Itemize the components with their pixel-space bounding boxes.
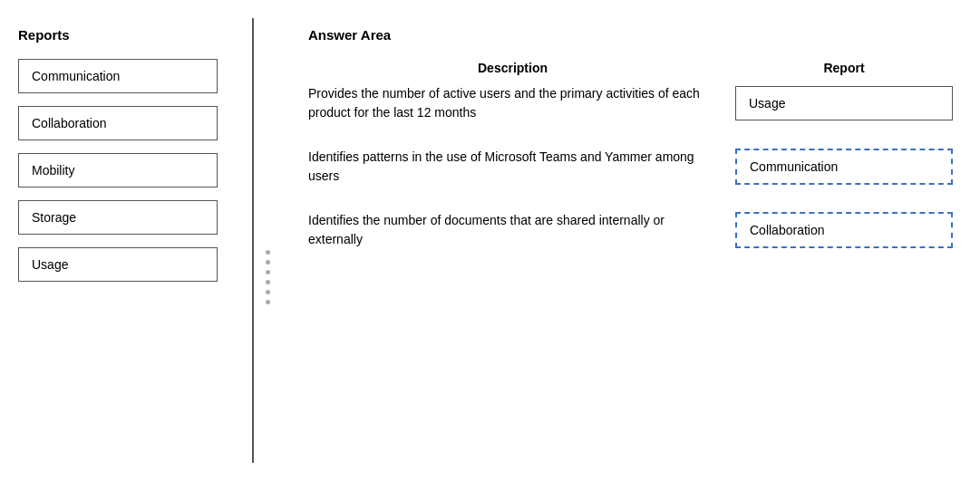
- report-col-header: Report: [823, 61, 864, 75]
- dot-1: [266, 250, 270, 255]
- report-answer-collaboration[interactable]: Collaboration: [735, 212, 953, 248]
- report-answer-usage[interactable]: Usage: [735, 86, 953, 120]
- dot-6: [266, 300, 270, 304]
- left-panel: Reports Communication Collaboration Mobi…: [0, 18, 254, 463]
- drag-dots-area: [254, 18, 281, 463]
- report-slot-3: Collaboration: [735, 212, 953, 248]
- dot-2: [266, 260, 270, 265]
- answer-row-2: Identifies patterns in the use of Micros…: [308, 148, 953, 186]
- dot-5: [266, 290, 270, 294]
- right-panel: Answer Area Description Report Provides …: [281, 18, 980, 463]
- dot-3: [266, 270, 270, 274]
- report-slot-1: Usage: [735, 86, 953, 120]
- report-item-collaboration[interactable]: Collaboration: [18, 106, 218, 140]
- left-panel-title: Reports: [18, 27, 234, 43]
- description-col-header: Description: [478, 61, 548, 75]
- dot-4: [266, 280, 270, 284]
- report-slot-2: Communication: [735, 149, 953, 185]
- report-item-usage[interactable]: Usage: [18, 247, 218, 282]
- description-text-3: Identifies the number of documents that …: [308, 211, 735, 249]
- report-item-storage[interactable]: Storage: [18, 200, 218, 235]
- description-text-1: Provides the number of active users and …: [308, 84, 735, 122]
- right-panel-title: Answer Area: [308, 27, 953, 43]
- report-item-communication[interactable]: Communication: [18, 59, 218, 93]
- report-answer-communication[interactable]: Communication: [735, 149, 953, 185]
- description-text-2: Identifies patterns in the use of Micros…: [308, 148, 735, 186]
- answer-row-3: Identifies the number of documents that …: [308, 211, 953, 249]
- answer-row-1: Provides the number of active users and …: [308, 84, 953, 122]
- report-item-mobility[interactable]: Mobility: [18, 153, 218, 188]
